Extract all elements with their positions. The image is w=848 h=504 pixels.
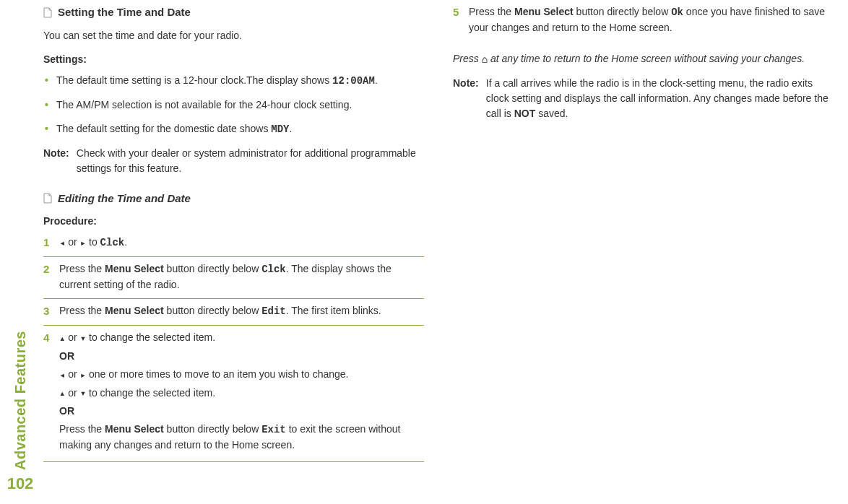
note-label: Note: [43,146,69,176]
step-2: Press the Menu Select button directly be… [43,261,424,299]
subheading-title: Editing the Time and Date [58,191,191,207]
step-5: Press the Menu Select button directly be… [453,4,834,41]
step-1: ◂ or ▸ to Clck. [43,235,424,257]
or-text: OR [59,404,424,419]
page-content: Setting the Time and Date You can set th… [43,4,834,495]
menu-label: Clck [100,237,125,248]
page-icon [43,7,52,18]
right-icon: ▸ [80,368,86,383]
down-icon: ▾ [80,331,86,346]
settings-list: The default time setting is a 12-hour cl… [43,73,424,137]
list-item: The default setting for the domestic dat… [43,121,424,137]
home-icon: ⌂ [482,52,488,67]
intro-text: You can set the time and date for your r… [43,28,424,43]
list-item: The AM/PM selection is not available for… [43,97,424,113]
note-body: If a call arrives while the radio is in … [486,76,834,121]
step-3: Press the Menu Select button directly be… [43,303,424,326]
or-text: OR [59,349,424,364]
right-icon: ▸ [80,235,86,251]
down-icon: ▾ [80,386,86,401]
sub-heading: Editing the Time and Date [43,191,424,207]
note: Note: Check with your dealer or system a… [43,146,424,176]
page-icon [43,193,52,204]
heading-title: Setting the Time and Date [58,4,191,21]
page-number: 102 [7,472,34,495]
menu-label: Ok [671,6,683,18]
settings-label: Settings: [43,52,424,67]
note-label: Note: [453,76,479,121]
step-4: ▴ or ▾ to change the selected item. OR ◂… [43,330,424,462]
sidebar: Advanced Features 102 [6,0,35,504]
list-item: The default time setting is a 12-hour cl… [43,73,424,89]
menu-label: Exit [261,424,286,435]
note: Note: If a call arrives while the radio … [453,76,834,121]
note-body: Check with your dealer or system adminis… [77,146,424,176]
menu-label: Clck [261,264,286,275]
menu-label: Edit [261,305,286,317]
section-heading: Setting the Time and Date [43,4,424,21]
display-value: MDY [271,123,289,135]
procedure-label: Procedure: [43,214,424,229]
display-value: 12:00AM [332,75,375,87]
closing-note: Press ⌂ at any time to return to the Hom… [453,51,834,67]
section-label: Advanced Features [9,331,31,470]
